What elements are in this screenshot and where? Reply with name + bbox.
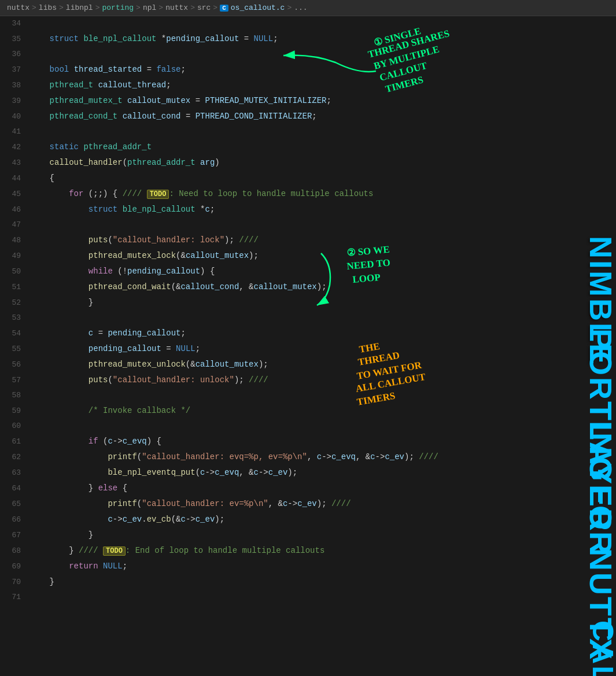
- code-line-57: 57 puts("callout_handler: unlock"); ////: [0, 372, 616, 388]
- code-line-47: 47: [0, 217, 616, 232]
- code-line-60: 60: [0, 419, 616, 434]
- code-line-35: 35 struct ble_npl_callout *pending_callo…: [0, 31, 616, 47]
- code-line-69: 69 return NULL;: [0, 559, 616, 574]
- breadcrumb-sep: >: [136, 3, 141, 12]
- code-line-41: 41: [0, 124, 616, 139]
- code-line-55: 55 pending_callout = NULL;: [0, 341, 616, 357]
- code-line-38: 38 pthread_t callout_thread;: [0, 77, 616, 93]
- code-line-64: 64 } else {: [0, 481, 616, 496]
- code-line-71: 71: [0, 590, 616, 605]
- breadcrumb-item-highlight: porting: [102, 3, 134, 12]
- code-line-51: 51 pthread_cond_wait(&callout_cond, &cal…: [0, 279, 616, 295]
- breadcrumb-item: nuttx: [165, 3, 188, 12]
- code-line-48: 48 puts("callout_handler: lock"); ////: [0, 232, 616, 248]
- breadcrumb-item: libnpl: [66, 3, 93, 12]
- breadcrumb-sep: >: [190, 3, 195, 12]
- svg-text:CALLOUT: CALLOUT: [587, 620, 616, 676]
- code-line-50: 50 while (!pending_callout) {: [0, 264, 616, 279]
- code-line-45: 45 for (;;) { //// TODO: Need to loop to…: [0, 186, 616, 202]
- code-line-34: 34: [0, 16, 616, 31]
- code-line-46: 46 struct ble_npl_callout *c;: [0, 202, 616, 217]
- breadcrumb-sep: >: [95, 3, 100, 12]
- code-line-36: 36: [0, 47, 616, 62]
- code-line-66: 66 c->c_ev.ev_cb(&c->c_ev);: [0, 512, 616, 527]
- code-line-65: 65 printf("callout_handler: ev=%p\n", &c…: [0, 496, 616, 512]
- code-line-70: 70 }: [0, 574, 616, 590]
- code-line-42: 42 static pthread_addr_t: [0, 139, 616, 155]
- code-line-61: 61 if (c->c_evq) {: [0, 434, 616, 449]
- code-line-58: 58: [0, 388, 616, 403]
- code-line-59: 59 /* Invoke callback */: [0, 403, 616, 419]
- breadcrumb-sep: >: [32, 3, 36, 12]
- code-line-49: 49 pthread_mutex_lock(&callout_mutex);: [0, 248, 616, 264]
- code-line-62: 62 printf("callout_handler: evq=%p, ev=%…: [0, 449, 616, 465]
- code-line-54: 54 c = pending_callout;: [0, 326, 616, 341]
- code-line-44: 44 {: [0, 171, 616, 186]
- breadcrumb-item: npl: [143, 3, 156, 12]
- breadcrumb-sep: >: [213, 3, 217, 12]
- breadcrumb-ellipsis: ...: [294, 3, 307, 12]
- code-line-67: 67 }: [0, 527, 616, 543]
- code-line-63: 63 ble_npl_eventq_put(c->c_evq, &c->c_ev…: [0, 465, 616, 481]
- file-type-badge: C: [220, 5, 228, 12]
- code-line-52: 52 }: [0, 295, 616, 311]
- breadcrumb-item: nuttx: [7, 3, 29, 12]
- breadcrumb-sep: >: [287, 3, 292, 12]
- breadcrumb-sep: >: [158, 3, 163, 12]
- code-line-68: 68 } //// TODO: End of loop to handle mu…: [0, 543, 616, 559]
- breadcrumb-item: libs: [39, 3, 57, 12]
- code-area: 34 35 struct ble_npl_callout *pending_ca…: [0, 16, 616, 605]
- code-line-53: 53: [0, 311, 616, 326]
- code-line-40: 40 pthread_cond_t callout_cond = PTHREAD…: [0, 109, 616, 124]
- breadcrumb: nuttx > libs > libnpl > porting > npl > …: [0, 0, 616, 16]
- breadcrumb-item: src: [197, 3, 211, 12]
- breadcrumb-sep: >: [59, 3, 64, 12]
- breadcrumb-file: os_callout.c: [231, 3, 285, 12]
- code-line-43: 43 callout_handler(pthread_addr_t arg): [0, 155, 616, 171]
- code-line-56: 56 pthread_mutex_unlock(&callout_mutex);: [0, 357, 616, 372]
- code-line-39: 39 pthread_mutex_t callout_mutex = PTHRE…: [0, 93, 616, 109]
- code-line-37: 37 bool thread_started = false;: [0, 62, 616, 77]
